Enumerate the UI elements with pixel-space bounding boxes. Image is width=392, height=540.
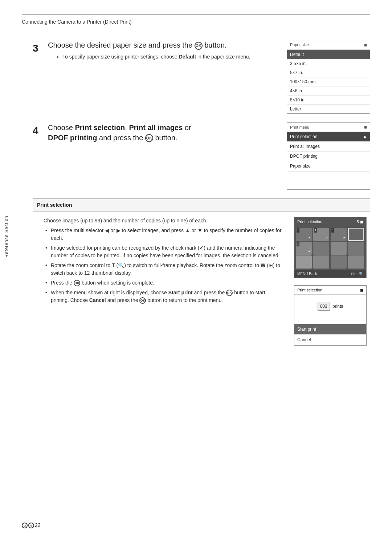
step3-desc: To specify paper size using printer sett… [55,53,278,61]
paper-default-row[interactable]: Default [287,50,370,59]
print-all-row[interactable]: Print all images [287,142,370,152]
bullets-list: Press the multi selector ◀ or ▶ to selec… [44,227,283,304]
paper-size-row[interactable]: Paper size [287,161,370,171]
paper-row-6[interactable]: Letter [287,105,370,113]
print-confirm-header: Print selection ◼ [294,286,366,295]
step3-row: 3 Choose the desired paper size and pres… [33,40,370,114]
thumb-1-0[interactable]: 1 ✔ [296,242,312,255]
step4-left: 4 Choose Print selection, Print all imag… [33,122,278,190]
print-selection-text: Choose images (up to 99) and the number … [44,217,283,306]
thumbnail-footer: MENU Back ⊡+− 🔍 [294,270,366,278]
dpof-row[interactable]: DPOF printing [287,152,370,161]
paper-size-panel: Paper size ◼ Default 3.5×5 in. 5×7 in. 1… [287,40,370,114]
page-footer: ⊙ ⊙ 22 [22,518,370,529]
intro-text: Choose images (up to 99) and the number … [44,217,283,225]
print-selection-row[interactable]: Print selection [287,132,370,142]
print-menu-panel: Print menu ◼ Print selection Print all i… [287,122,370,190]
thumb-1-3[interactable] [348,242,364,255]
step3-number: 3 [33,41,44,114]
ok-icon-bullet5a: OK [226,290,233,296]
thumb-1-1[interactable] [313,242,329,255]
thumb-2-1[interactable] [313,255,329,269]
thumbnail-panel: Print selection 5 ◼ 1 ✔ 1 ✔ [294,217,367,278]
ok-icon-bullet5b: OK [139,297,146,304]
prints-label: prints [332,304,343,309]
paper-row-1[interactable]: 3.5×5 in. [287,59,370,68]
step4-panel: Print menu ◼ Print selection Print all i… [287,122,370,190]
thumb-2-3[interactable] [348,255,364,269]
print-selection-header: Print selection [33,198,370,211]
page-header: Connecting the Camera to a Printer (Dire… [22,15,370,29]
print-menu-header: Print menu ◼ [287,123,370,132]
step3-left: 3 Choose the desired paper size and pres… [33,40,278,114]
paper-row-4[interactable]: 4×6 in. [287,86,370,96]
print-count: 003 [318,302,330,311]
paper-row-2[interactable]: 5×7 in. [287,68,370,77]
bullet-1: Press the multi selector ◀ or ▶ to selec… [44,227,283,242]
step4-title: Choose Print selection, Print all images… [48,122,278,143]
print-selection-content: Choose images (up to 99) and the number … [44,217,370,346]
step3-title: Choose the desired paper size and press … [48,40,278,50]
step4-content: Choose Print selection, Print all images… [48,122,278,190]
thumb-0-1[interactable]: 1 ✔ [313,228,329,241]
thumb-2-2[interactable] [331,255,347,269]
step3-panel: Paper size ◼ Default 3.5×5 in. 5×7 in. 1… [287,40,370,114]
thumbnail-grid: 1 ✔ 1 ✔ 1 ✔ [294,226,366,270]
print-confirm-body: 003 prints [294,295,366,324]
sidebar-label: Reference Section [3,215,10,258]
ok-icon-bullet4: OK [74,280,80,286]
thumb-0-2[interactable]: 1 ✔ [331,228,347,241]
page-number: ⊙ ⊙ 22 [22,521,41,529]
bullet-4: Press the OK button when setting is comp… [44,279,283,287]
paper-row-3[interactable]: 100×150 mm [287,77,370,86]
battery-icon-2: ◼ [364,124,367,130]
main-content: 3 Choose the desired paper size and pres… [33,40,370,346]
ok-button-icon: OK [195,42,203,50]
thumb-0-3[interactable] [348,228,364,241]
right-panels: Print selection 5 ◼ 1 ✔ 1 ✔ [294,217,370,346]
page-container: Reference Section Connecting the Camera … [0,0,392,540]
step4-number: 4 [33,123,44,190]
bullet-5: When the menu shown at right is displaye… [44,289,283,304]
thumb-2-0[interactable] [296,255,312,269]
battery-icon-3: ◼ [360,287,363,293]
battery-icon: ◼ [364,42,367,48]
thumb-0-0[interactable]: 1 ✔ [296,228,312,241]
step4-row: 4 Choose Print selection, Print all imag… [33,122,370,190]
bullet-3: Rotate the zoom control to T (🔍) to swit… [44,262,283,277]
print-confirm-actions: Start print Cancel [294,324,366,345]
print-confirm-panel: Print selection ◼ 003 prints Start print… [294,285,367,346]
paper-row-5[interactable]: 8×10 in. [287,96,370,105]
ok-button-icon-step4: OK [145,134,153,142]
thumbnail-header: Print selection 5 ◼ [294,217,366,226]
header-text: Connecting the Camera to a Printer (Dire… [22,19,132,25]
start-print-action[interactable]: Start print [294,324,366,335]
paper-size-header: Paper size ◼ [287,40,370,50]
step3-content: Choose the desired paper size and press … [48,40,278,114]
thumb-1-2[interactable] [331,242,347,255]
cancel-action[interactable]: Cancel [294,335,366,345]
bullet-2: Image selected for printing can be recog… [44,244,283,259]
